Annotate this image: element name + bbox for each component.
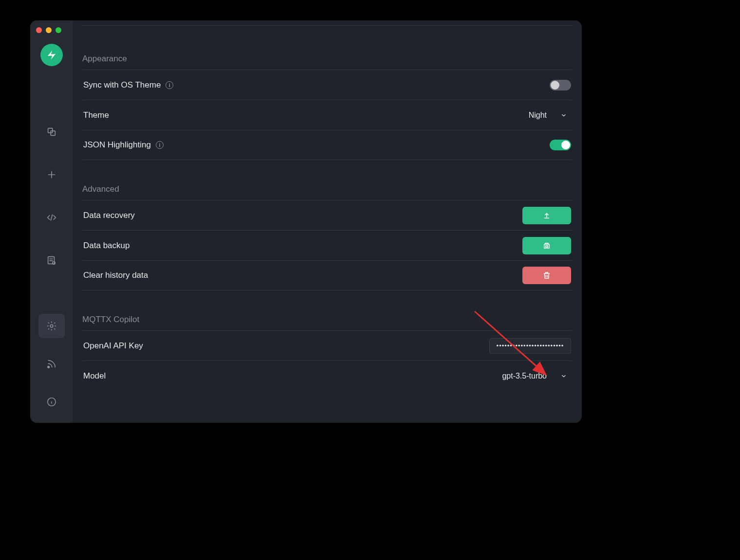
svg-point-5 (47, 366, 49, 368)
json-highlighting-toggle[interactable] (550, 140, 571, 150)
json-highlighting-text: JSON Highlighting (83, 140, 151, 150)
section-advanced-header: Advanced (82, 160, 572, 200)
settings-content: Appearance Sync with OS Theme i Theme Ni… (73, 20, 582, 423)
nav-new[interactable] (38, 163, 65, 187)
row-sync-os-theme: Sync with OS Theme i (82, 70, 572, 100)
window-minimize-button[interactable] (46, 27, 52, 33)
code-icon (46, 212, 57, 223)
row-clear-history: Clear history data (82, 260, 572, 290)
nav-log[interactable] (38, 248, 65, 272)
model-label: Model (83, 371, 106, 381)
data-recovery-button[interactable] (522, 207, 571, 224)
data-recovery-label: Data recovery (83, 211, 135, 220)
row-api-key: OpenAI API Key (82, 330, 572, 361)
chevron-down-icon (560, 112, 567, 119)
clear-history-label: Clear history data (83, 271, 148, 280)
info-icon[interactable]: i (156, 141, 164, 149)
logo-icon (45, 48, 58, 62)
sync-os-theme-toggle[interactable] (550, 80, 571, 90)
svg-point-4 (50, 325, 53, 327)
info-icon[interactable]: i (166, 81, 173, 89)
row-data-recovery: Data recovery (82, 200, 572, 230)
data-backup-button[interactable] (522, 237, 571, 254)
data-backup-label: Data backup (83, 241, 130, 251)
theme-label: Theme (83, 110, 109, 120)
theme-select[interactable]: Night (529, 111, 571, 120)
upload-icon (542, 211, 551, 220)
svg-rect-2 (48, 257, 54, 264)
sidebar (30, 20, 73, 423)
window-controls (36, 27, 61, 33)
top-divider (82, 20, 572, 26)
info-icon (46, 397, 57, 407)
nav-connections[interactable] (38, 120, 65, 144)
rss-icon (46, 359, 57, 369)
sidebar-nav-top (38, 120, 65, 272)
json-highlighting-label: JSON Highlighting i (83, 140, 164, 150)
svg-rect-7 (544, 244, 550, 248)
nav-feed[interactable] (38, 352, 65, 376)
window-close-button[interactable] (36, 27, 42, 33)
row-json-highlighting: JSON Highlighting i (82, 130, 572, 160)
row-theme: Theme Night (82, 100, 572, 130)
api-key-label: OpenAI API Key (83, 341, 143, 351)
theme-value: Night (529, 111, 547, 120)
model-select[interactable]: gpt-3.5-turbo (502, 372, 571, 380)
row-model: Model gpt-3.5-turbo (82, 361, 572, 391)
nav-script[interactable] (38, 205, 65, 230)
gear-icon (46, 321, 57, 331)
clear-history-button[interactable] (522, 267, 571, 284)
sidebar-nav-bottom (38, 314, 65, 414)
chevron-down-icon (560, 373, 567, 379)
model-value: gpt-3.5-turbo (502, 372, 547, 380)
svg-rect-1 (51, 131, 55, 135)
window-maximize-button[interactable] (56, 27, 61, 33)
app-logo[interactable] (40, 44, 63, 66)
api-key-input[interactable] (489, 338, 571, 354)
section-appearance-header: Appearance (82, 26, 572, 70)
row-data-backup: Data backup (82, 230, 572, 260)
log-icon (46, 255, 57, 266)
svg-rect-8 (546, 246, 548, 247)
section-copilot-header: MQTTX Copilot (82, 290, 572, 330)
trash-icon (542, 271, 551, 280)
nav-about[interactable] (38, 390, 65, 414)
sync-os-theme-label: Sync with OS Theme i (83, 80, 173, 90)
nav-settings[interactable] (38, 314, 65, 338)
export-icon (542, 241, 551, 250)
sync-os-theme-text: Sync with OS Theme (83, 80, 161, 90)
plus-icon (46, 169, 57, 180)
app-window: Appearance Sync with OS Theme i Theme Ni… (30, 20, 582, 423)
connections-icon (46, 126, 57, 137)
svg-rect-0 (48, 128, 52, 133)
